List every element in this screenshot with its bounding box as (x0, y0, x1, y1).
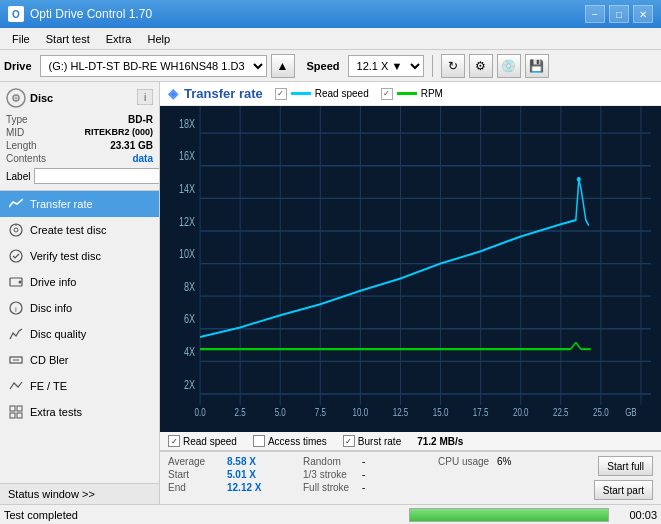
stats-area: Average 8.58 X Start 5.01 X End 12.12 X … (160, 451, 661, 504)
read-speed-checkmark: ✓ (171, 437, 178, 446)
nav-fe-te[interactable]: FE / TE (0, 373, 159, 399)
svg-text:22.5: 22.5 (553, 405, 569, 418)
menu-start-test[interactable]: Start test (38, 31, 98, 47)
nav-cd-bler[interactable]: CD Bler (0, 347, 159, 373)
start-full-button[interactable]: Start full (598, 456, 653, 476)
access-times-checkbox[interactable] (253, 435, 265, 447)
nav-disc-info[interactable]: i Disc info (0, 295, 159, 321)
nav-items: Transfer rate Create test disc (0, 191, 159, 483)
nav-create-test-disc[interactable]: Create test disc (0, 217, 159, 243)
left-panel: Disc i Type BD-R MID RITEKBR2 (000) (0, 82, 160, 504)
svg-text:4X: 4X (184, 345, 195, 359)
statusbar-time: 00:03 (617, 509, 657, 521)
read-speed-check[interactable]: ✓ Read speed (168, 435, 237, 447)
burst-rate-checkmark: ✓ (345, 437, 352, 446)
menu-extra[interactable]: Extra (98, 31, 140, 47)
stats-average-row: Average 8.58 X (168, 456, 303, 467)
disc-icon (6, 88, 26, 108)
svg-text:i: i (144, 92, 146, 103)
access-times-check[interactable]: Access times (253, 435, 327, 447)
disc-button[interactable]: 💿 (497, 54, 521, 78)
disc-info-icon[interactable]: i (137, 89, 153, 107)
toolbar: Drive (G:) HL-DT-ST BD-RE WH16NS48 1.D3 … (0, 50, 661, 82)
nav-drive-info[interactable]: Drive info (0, 269, 159, 295)
nav-disc-quality[interactable]: Disc quality (0, 321, 159, 347)
drive-select[interactable]: (G:) HL-DT-ST BD-RE WH16NS48 1.D3 (40, 55, 267, 77)
chart-header: ◈ Transfer rate ✓ Read speed ✓ RPM (160, 82, 661, 106)
legend-rpm: ✓ RPM (381, 88, 443, 100)
progress-bar (410, 509, 608, 521)
start-part-button[interactable]: Start part (594, 480, 653, 500)
eject-button[interactable]: ▲ (271, 54, 295, 78)
svg-text:5.0: 5.0 (275, 405, 286, 418)
disc-section-title: Disc (30, 92, 53, 104)
svg-text:10X: 10X (179, 247, 195, 261)
svg-point-6 (14, 228, 18, 232)
titlebar-buttons: − □ ✕ (585, 5, 653, 23)
disc-label-input[interactable] (34, 168, 160, 184)
titlebar: O Opti Drive Control 1.70 − □ ✕ (0, 0, 661, 28)
read-speed-checkbox[interactable]: ✓ (168, 435, 180, 447)
menu-file[interactable]: File (4, 31, 38, 47)
nav-transfer-rate[interactable]: Transfer rate (0, 191, 159, 217)
statusbar-text: Test completed (4, 509, 401, 521)
legend-rpm-check: ✓ (381, 88, 393, 100)
status-window[interactable]: Status window >> (0, 483, 159, 504)
disc-contents-row: Contents data (6, 153, 153, 164)
svg-text:20.0: 20.0 (513, 405, 529, 418)
disc-info-icon: i (8, 300, 24, 316)
svg-text:7.5: 7.5 (315, 405, 326, 418)
cd-bler-icon (8, 352, 24, 368)
menu-help[interactable]: Help (139, 31, 178, 47)
svg-text:i: i (15, 305, 17, 314)
svg-text:25.0: 25.0 (593, 405, 609, 418)
chart-area: 18X 16X 14X 12X 10X 8X 6X 4X 2X 0.0 2.5 … (160, 106, 661, 432)
refresh-button[interactable]: ↻ (441, 54, 465, 78)
svg-rect-16 (17, 406, 22, 411)
nav-extra-tests[interactable]: Extra tests (0, 399, 159, 425)
speed-label: Speed (307, 60, 340, 72)
stats-start-row: Start 5.01 X (168, 469, 303, 480)
svg-text:2.5: 2.5 (235, 405, 246, 418)
transfer-rate-icon (8, 196, 24, 212)
nav-verify-test-disc[interactable]: Verify test disc (0, 243, 159, 269)
verify-disc-icon (8, 248, 24, 264)
progress-container (409, 508, 609, 522)
svg-rect-15 (10, 406, 15, 411)
close-button[interactable]: ✕ (633, 5, 653, 23)
right-panel: ◈ Transfer rate ✓ Read speed ✓ RPM (160, 82, 661, 504)
disc-label-row: Label 🔍 (6, 168, 153, 184)
svg-text:0.0: 0.0 (195, 405, 206, 418)
svg-text:18X: 18X (179, 116, 195, 130)
stats-col-left: Average 8.58 X Start 5.01 X End 12.12 X (168, 456, 303, 500)
svg-rect-19 (160, 106, 661, 432)
legend-rpm-color (397, 92, 417, 95)
svg-text:8X: 8X (184, 279, 195, 293)
stats-full-stroke-row: Full stroke - (303, 482, 438, 493)
stats-cpu-row: CPU usage 6% (438, 456, 573, 467)
svg-text:16X: 16X (179, 149, 195, 163)
disc-length-row: Length 23.31 GB (6, 140, 153, 151)
status-window-label: Status window >> (8, 488, 95, 500)
titlebar-title: Opti Drive Control 1.70 (30, 7, 585, 21)
svg-point-10 (19, 281, 22, 284)
save-button[interactable]: 💾 (525, 54, 549, 78)
disc-quality-icon (8, 326, 24, 342)
stats-stroke-13-row: 1/3 stroke - (303, 469, 438, 480)
maximize-button[interactable]: □ (609, 5, 629, 23)
svg-text:2X: 2X (184, 377, 195, 391)
stats-random-row: Random - (303, 456, 438, 467)
app-icon: O (8, 6, 24, 22)
chart-controls: ✓ Read speed Access times ✓ Burst rate (160, 432, 661, 451)
burst-rate-check[interactable]: ✓ Burst rate (343, 435, 401, 447)
create-disc-icon (8, 222, 24, 238)
legend-read-speed: ✓ Read speed (275, 88, 369, 100)
speed-select[interactable]: 12.1 X ▼ (348, 55, 424, 77)
settings-button[interactable]: ⚙ (469, 54, 493, 78)
disc-type-row: Type BD-R (6, 114, 153, 125)
burst-rate-checkbox[interactable]: ✓ (343, 435, 355, 447)
burst-rate-value: 71.2 MB/s (417, 436, 463, 447)
minimize-button[interactable]: − (585, 5, 605, 23)
svg-rect-18 (17, 413, 22, 418)
svg-text:12.5: 12.5 (393, 405, 409, 418)
